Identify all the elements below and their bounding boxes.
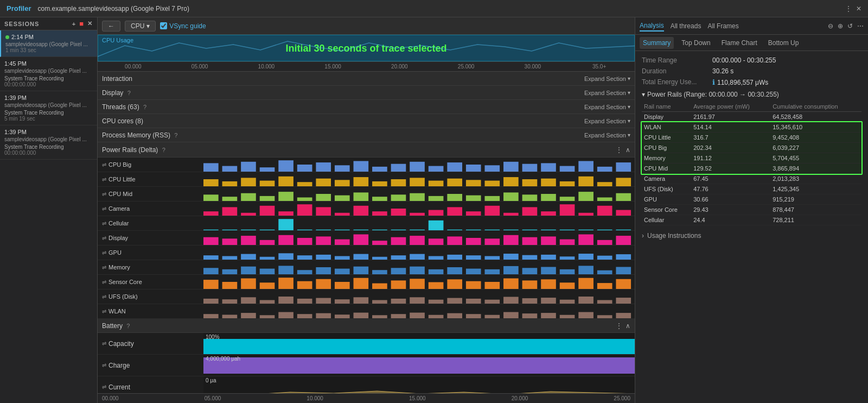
svg-rect-194 [391, 280, 406, 289]
svg-rect-206 [616, 279, 631, 289]
more-options-icon[interactable]: ⋮ [616, 146, 622, 154]
svg-rect-110 [541, 230, 556, 230]
svg-rect-230 [203, 314, 219, 318]
session-item[interactable]: 2:14 PM samplevideosapp (Google Pixel ..… [0, 30, 97, 57]
vsync-toggle[interactable]: VSync guide [160, 22, 206, 30]
interaction-section[interactable]: Interaction Expand Section ▾ [98, 72, 635, 86]
svg-rect-3 [260, 167, 275, 172]
time-range-label: Time Range [642, 56, 712, 64]
power-rails-name: Power Rails (Delta) ? [102, 146, 616, 154]
svg-rect-41 [541, 179, 556, 186]
zoom-in-icon[interactable]: ⊕ [838, 22, 843, 30]
cpu-label: CPU [131, 22, 144, 30]
expand-section-btn[interactable]: Expand Section ▾ [584, 118, 630, 124]
svg-rect-251 [597, 315, 612, 318]
session-item[interactable]: 1:39 PM samplevideosapp (Google Pixel ..… [0, 91, 97, 125]
ruler-tick: 25.000 [433, 64, 500, 70]
svg-rect-49 [260, 196, 275, 201]
svg-rect-183 [616, 267, 631, 274]
svg-rect-218 [410, 297, 425, 304]
top-bar-icons: ⋮ ✕ [845, 5, 868, 12]
cumulative-cell: 9,452,408 [770, 133, 861, 143]
battery-collapse-icon[interactable]: ∧ [626, 322, 630, 330]
back-button[interactable]: ← [102, 21, 120, 32]
tab-all-threads[interactable]: All threads [671, 21, 701, 31]
vsync-checkbox[interactable] [160, 22, 167, 29]
energy-value: ℹ 110,896,557 μWs [712, 78, 768, 86]
usage-instructions[interactable]: › Usage Instructions [642, 232, 861, 240]
settings-icon[interactable]: ⋯ [857, 22, 864, 30]
add-session-icon[interactable]: + [72, 21, 76, 27]
svg-rect-111 [560, 230, 575, 230]
battery-section-header[interactable]: Battery ? ⋮ ∧ [98, 319, 635, 333]
expand-section-btn[interactable]: Expand Section ▾ [584, 132, 630, 138]
analysis-right-icons: ⊖ ⊕ ↺ ⋯ [828, 22, 864, 30]
avg-power-cell: 2161.97 [691, 112, 770, 122]
tab-all-frames[interactable]: All Frames [707, 21, 738, 31]
battery-section-name: Battery ? [102, 322, 130, 330]
battery-label-area: ⇌ Current [98, 383, 203, 391]
expand-section-btn[interactable]: Expand Section ▾ [584, 90, 630, 96]
expand-section-btn[interactable]: Expand Section ▾ [584, 75, 630, 82]
svg-rect-113 [597, 230, 612, 230]
rail-row: ⇌Cellular [98, 216, 635, 231]
cpu-dropdown[interactable]: CPU ▾ [125, 21, 156, 32]
tab-top-down[interactable]: Top Down [678, 37, 713, 49]
refresh-icon[interactable]: ↺ [847, 22, 853, 30]
svg-rect-77 [354, 206, 369, 216]
svg-rect-173 [429, 269, 444, 274]
record-icon[interactable]: ■ [79, 20, 84, 28]
collapse-chevron: ▾ [642, 91, 645, 98]
memory-section[interactable]: Process Memory (RSS) ? Expand Section ▾ [98, 128, 635, 142]
svg-rect-82 [447, 207, 462, 216]
close-sessions-icon[interactable]: ✕ [87, 20, 93, 27]
svg-rect-69 [203, 211, 219, 216]
threads-section[interactable]: Threads (63) ? Expand Section ▾ [98, 100, 635, 114]
svg-rect-91 [616, 210, 631, 216]
tab-analysis[interactable]: Analysis [640, 21, 664, 32]
svg-rect-188 [278, 278, 293, 289]
svg-rect-154 [503, 254, 519, 260]
power-rails-header[interactable]: Power Rails (Delta) ? ⋮ ∧ [98, 142, 635, 158]
session-item[interactable]: 1:39 PM samplevideosapp (Google Pixel ..… [0, 125, 97, 160]
avg-power-cell: 202.34 [691, 143, 770, 153]
rail-name-cell: GPU [642, 194, 691, 205]
tab-flame-chart[interactable]: Flame Chart [718, 37, 761, 49]
battery-more-icon[interactable]: ⋮ [616, 322, 622, 330]
svg-rect-46 [203, 194, 219, 201]
svg-rect-165 [278, 266, 293, 274]
svg-rect-151 [447, 255, 462, 260]
sections-scroll[interactable]: Interaction Expand Section ▾ Display ? E… [98, 72, 635, 393]
svg-rect-162 [222, 269, 238, 274]
ruler-tick: 10.000 [233, 64, 300, 70]
energy-label: Total Energy Use... [642, 78, 712, 86]
session-item[interactable]: 1:45 PM samplevideosapp (Google Pixel ..… [0, 57, 97, 91]
svg-rect-139 [222, 256, 238, 260]
expand-section-btn[interactable]: Expand Section ▾ [584, 104, 630, 110]
svg-rect-51 [297, 198, 312, 202]
svg-rect-207 [203, 299, 219, 304]
active-dot [5, 35, 9, 39]
rail-label-area: ⇌Cellular [98, 220, 203, 226]
energy-info-icon[interactable]: ℹ [712, 78, 715, 86]
tab-bottom-up[interactable]: Bottom Up [765, 37, 802, 49]
svg-rect-103 [410, 230, 425, 230]
collapse-icon[interactable]: ∧ [626, 146, 630, 154]
svg-rect-159 [597, 256, 612, 260]
display-section[interactable]: Display ? Expand Section ▾ [98, 86, 635, 100]
zoom-out-icon[interactable]: ⊖ [828, 22, 833, 30]
power-rails-analysis-title[interactable]: ▾ Power Rails (Range: 00:00.000 → 00:30.… [642, 91, 861, 98]
svg-rect-246 [503, 312, 519, 318]
tab-summary[interactable]: Summary [640, 37, 674, 49]
rail-pin-icon: ⇌ [102, 206, 106, 212]
svg-rect-136 [597, 240, 612, 245]
svg-rect-202 [541, 279, 556, 289]
svg-rect-242 [429, 315, 444, 318]
svg-rect-68 [616, 193, 631, 201]
svg-rect-107 [484, 230, 500, 230]
svg-rect-221 [466, 299, 481, 304]
cpu-cores-section[interactable]: CPU cores (8) Expand Section ▾ [98, 114, 635, 128]
more-icon[interactable]: ⋮ [845, 5, 852, 12]
close-icon[interactable]: ✕ [856, 5, 861, 12]
time-range-value: 00:00.000 - 00:30.255 [712, 56, 776, 64]
